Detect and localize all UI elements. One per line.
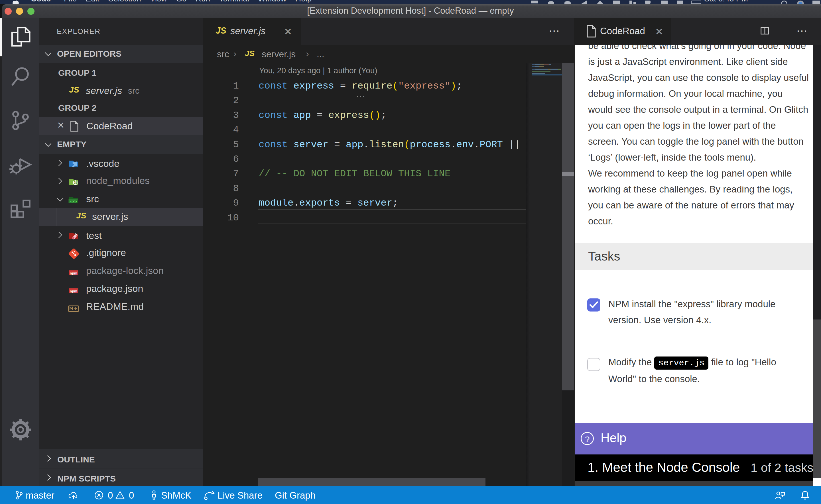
- svg-text:</>: </>: [70, 200, 77, 204]
- svg-text:npm: npm: [70, 271, 77, 275]
- svg-text:JS: JS: [73, 181, 77, 184]
- svg-text:npm: npm: [70, 289, 77, 293]
